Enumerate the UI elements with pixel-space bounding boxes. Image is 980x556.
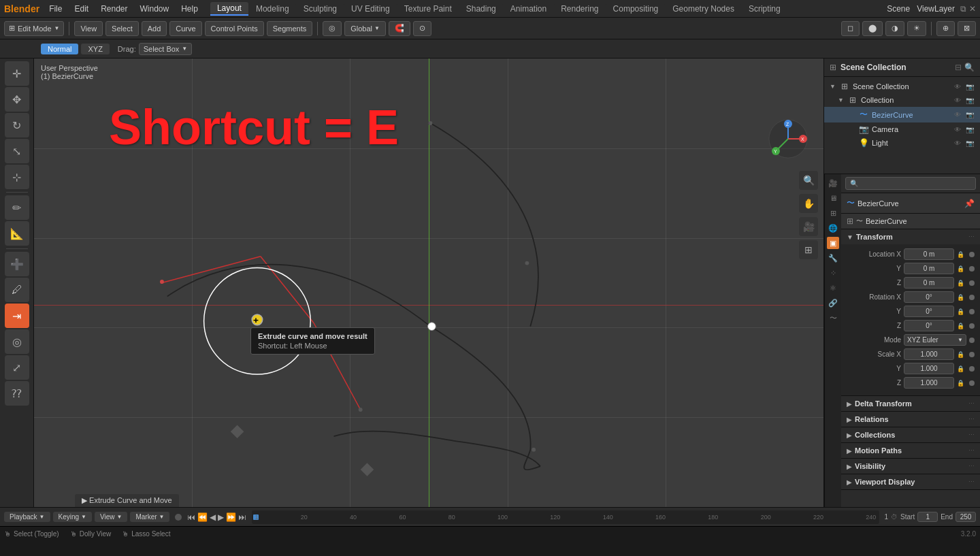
- tab-uv-editing[interactable]: UV Editing: [344, 3, 397, 15]
- xyz-button[interactable]: XYZ: [81, 44, 109, 54]
- jump-end-btn[interactable]: ⏭: [238, 512, 246, 522]
- playback-dropdown[interactable]: Playback ▼: [4, 512, 50, 522]
- light-eye-icon[interactable]: 👁: [953, 140, 962, 147]
- edit-mode-dropdown[interactable]: ⊞ Edit Mode ▼: [4, 21, 64, 36]
- tab-animation[interactable]: Animation: [504, 3, 553, 15]
- menu-help[interactable]: Help: [176, 3, 203, 15]
- props-view-layer-icon[interactable]: ⊞: [827, 207, 839, 219]
- viewport-shading-solid[interactable]: ⬤: [862, 21, 883, 36]
- proportional-edit-btn[interactable]: ⊙: [413, 21, 431, 36]
- lock-icon-ry[interactable]: 🔒: [957, 308, 966, 315]
- transform-options[interactable]: ⋯: [968, 233, 975, 240]
- camera-render-icon[interactable]: 📷: [965, 126, 975, 133]
- props-modifier-icon[interactable]: 🔧: [827, 252, 839, 264]
- start-frame-input[interactable]: [917, 512, 938, 522]
- render-icon[interactable]: 📷: [965, 83, 975, 91]
- search-icon[interactable]: 🔍: [964, 63, 975, 72]
- transform-pivot-btn[interactable]: ◎: [323, 21, 342, 36]
- nav-orthographic[interactable]: ⊞: [799, 240, 818, 259]
- tool-cursor[interactable]: ✛: [5, 61, 29, 86]
- collections-section[interactable]: ▶ Collections ⋯: [841, 427, 980, 443]
- rotation-x-value[interactable]: 0°: [904, 291, 954, 303]
- tab-texture-paint[interactable]: Texture Paint: [397, 3, 459, 15]
- select-box-dropdown[interactable]: Select Box ▼: [139, 43, 193, 55]
- tree-item-bezier[interactable]: 〜 BezierCurve 👁 📷: [824, 107, 980, 122]
- play-reverse-btn[interactable]: ◀: [210, 512, 216, 522]
- tool-rotate[interactable]: ↻: [5, 113, 29, 137]
- scale-x-value[interactable]: 1.000: [904, 348, 954, 360]
- global-dropdown[interactable]: Global ▼: [344, 21, 386, 36]
- delta-options[interactable]: ⋯: [968, 400, 975, 407]
- props-search-input[interactable]: [845, 177, 976, 190]
- scale-y-value[interactable]: 1.000: [904, 363, 954, 374]
- props-output-icon[interactable]: 🖥: [827, 192, 839, 204]
- viewport-display-section[interactable]: ▶ Viewport Display ⋯: [841, 474, 980, 490]
- next-frame-btn[interactable]: ⏩: [226, 512, 236, 522]
- lock-icon-ly[interactable]: 🔒: [957, 265, 966, 272]
- control-points-menu[interactable]: Control Points: [205, 21, 264, 36]
- viewport-shading-material[interactable]: ◑: [885, 21, 904, 36]
- mode-dropdown[interactable]: XYZ Euler ▼: [904, 334, 966, 346]
- menu-edit[interactable]: Edit: [69, 3, 94, 15]
- props-scene-icon[interactable]: 🌐: [827, 222, 839, 234]
- location-x-value[interactable]: 0 m: [904, 248, 954, 260]
- maximize-icon[interactable]: ⧉: [960, 4, 966, 14]
- location-y-value[interactable]: 0 m: [904, 263, 954, 274]
- tool-move[interactable]: ✥: [5, 87, 29, 112]
- tab-rendering[interactable]: Rendering: [554, 3, 605, 15]
- normal-button[interactable]: Normal: [41, 44, 78, 54]
- eye-icon[interactable]: 👁: [953, 83, 962, 91]
- overlay-btn[interactable]: ⊕: [936, 21, 955, 36]
- nav-zoom-in[interactable]: 🔍: [799, 171, 818, 190]
- tab-layout[interactable]: Layout: [210, 2, 248, 16]
- snap-btn[interactable]: 🧲: [389, 21, 410, 36]
- props-render-icon[interactable]: 🎥: [827, 177, 839, 189]
- pin-icon[interactable]: 📌: [964, 199, 975, 208]
- delta-transform-section[interactable]: ▶ Delta Transform ⋯: [841, 396, 980, 412]
- props-data-icon[interactable]: 〜: [827, 312, 839, 324]
- tree-item-camera[interactable]: 📷 Camera 👁 📷: [824, 122, 980, 136]
- tool-annotate[interactable]: ✏: [5, 195, 29, 220]
- relations-section[interactable]: ▶ Relations ⋯: [841, 412, 980, 427]
- tab-sculpting[interactable]: Sculpting: [297, 3, 344, 15]
- tool-scale[interactable]: ⤡: [5, 139, 29, 163]
- collection-eye-icon[interactable]: 👁: [953, 97, 962, 104]
- bezier-render-icon[interactable]: 📷: [965, 111, 975, 118]
- tab-shading[interactable]: Shading: [459, 3, 503, 15]
- tree-item-light[interactable]: 💡 Light 👁 📷: [824, 136, 980, 150]
- lock-icon-rx[interactable]: 🔒: [957, 294, 966, 301]
- marker-dropdown[interactable]: Marker ▼: [130, 512, 169, 522]
- select-menu[interactable]: Select: [105, 21, 139, 36]
- transform-header[interactable]: ▼ Transform ⋯: [841, 229, 980, 244]
- props-constraints-icon[interactable]: 🔗: [827, 297, 839, 309]
- tool-add-curve[interactable]: ➕: [5, 252, 29, 276]
- collections-options[interactable]: ⋯: [968, 431, 975, 438]
- close-icon[interactable]: ✕: [969, 4, 976, 14]
- lock-icon-sy[interactable]: 🔒: [957, 365, 966, 372]
- end-frame-input[interactable]: [956, 512, 976, 522]
- motion-paths-section[interactable]: ▶ Motion Paths ⋯: [841, 443, 980, 459]
- timeline-area[interactable]: 1 20 40 60 80 100 120 140 160 180 200 22…: [252, 510, 879, 524]
- viewport[interactable]: User Perspective (1) BezierCurve Shortcu…: [34, 59, 823, 507]
- nav-camera[interactable]: 🎥: [799, 217, 818, 236]
- motion-paths-options[interactable]: ⋯: [968, 447, 975, 454]
- play-btn[interactable]: ▶: [218, 512, 224, 522]
- tool-tilt[interactable]: ⤢: [5, 355, 29, 380]
- prev-frame-btn[interactable]: ⏪: [197, 512, 208, 522]
- scale-z-value[interactable]: 1.000: [904, 377, 954, 389]
- add-menu[interactable]: Add: [142, 21, 167, 36]
- props-object-icon[interactable]: ▣: [827, 237, 839, 249]
- rotation-z-value[interactable]: 0°: [904, 320, 954, 331]
- tool-draw[interactable]: 🖊: [5, 278, 29, 302]
- keying-dropdown[interactable]: Keying ▼: [53, 512, 93, 522]
- view-dropdown[interactable]: View ▼: [95, 512, 127, 522]
- curve-menu[interactable]: Curve: [169, 21, 201, 36]
- tool-radius[interactable]: ◎: [5, 329, 29, 354]
- tool-measure[interactable]: 📐: [5, 221, 29, 246]
- tool-extrude[interactable]: ⇥: [5, 304, 29, 328]
- light-render-icon[interactable]: 📷: [965, 140, 975, 147]
- view-menu[interactable]: View: [74, 21, 103, 36]
- visibility-section[interactable]: ▶ Visibility ⋯: [841, 459, 980, 474]
- menu-render[interactable]: Render: [95, 3, 133, 15]
- lock-icon-lz[interactable]: 🔒: [957, 280, 966, 287]
